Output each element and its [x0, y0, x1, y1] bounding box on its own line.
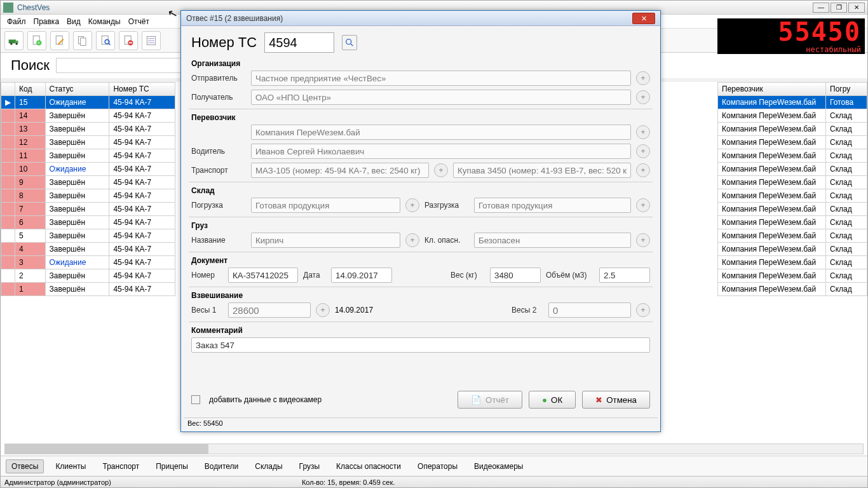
add-doc-icon[interactable]: + [27, 31, 46, 50]
list-icon[interactable] [142, 31, 161, 50]
cargo-name-add-button[interactable]: + [405, 233, 419, 247]
table-row[interactable]: Компания ПереWезем.байСклад [718, 189, 867, 203]
driver-add-button[interactable]: + [636, 144, 650, 158]
table-row[interactable]: 5Завершён45-94 КА-7 [1, 229, 175, 243]
tab-Грузы[interactable]: Грузы [294, 460, 325, 473]
trailer-add-button[interactable]: + [636, 163, 650, 177]
load-input[interactable] [251, 198, 400, 213]
report-button[interactable]: 📄Отчёт [458, 391, 522, 409]
menu-edit[interactable]: Правка [34, 17, 60, 26]
w2-button[interactable]: + [636, 303, 650, 317]
truck-icon[interactable] [4, 31, 24, 50]
tab-Водители[interactable]: Водители [200, 460, 243, 473]
edit-doc-icon[interactable] [50, 31, 69, 50]
table-row[interactable]: 2Завершён45-94 КА-7 [1, 269, 175, 283]
tab-Видеокамеры[interactable]: Видеокамеры [469, 460, 528, 473]
danger-input[interactable] [474, 233, 631, 248]
trailer-input[interactable] [453, 163, 631, 178]
search-doc-icon[interactable] [96, 31, 115, 50]
doc-num-input[interactable] [228, 268, 298, 283]
unload-input[interactable] [474, 198, 631, 213]
transport-add-button[interactable]: + [434, 163, 448, 177]
table-row[interactable]: Компания ПереWезем.байСклад [718, 216, 867, 229]
col-ts[interactable]: Номер ТС [109, 83, 175, 96]
tab-Склады[interactable]: Склады [250, 460, 287, 473]
table-row[interactable]: Компания ПереWезем.байСклад [718, 203, 867, 216]
table-row[interactable]: 4Завершён45-94 КА-7 [1, 243, 175, 256]
table-row[interactable]: ▶15Ожидание45-94 КА-7 [1, 96, 175, 109]
table-row[interactable]: Компания ПереWезем.байСклад [718, 256, 867, 269]
tab-Отвесы[interactable]: Отвесы [6, 459, 44, 473]
table-row[interactable]: Компания ПереWезем.байСклад [718, 123, 867, 136]
driver-input[interactable] [251, 144, 631, 159]
minimize-button[interactable]: — [813, 3, 829, 13]
add-cam-checkbox[interactable] [191, 395, 200, 404]
table-row[interactable]: Компания ПереWезем.байСклад [718, 109, 867, 123]
unload-add-button[interactable]: + [636, 198, 650, 212]
w1-input[interactable] [228, 302, 311, 318]
maximize-button[interactable]: ❐ [831, 3, 847, 13]
table-row[interactable]: Компания ПереWезем.байСклад [718, 269, 867, 283]
table-row[interactable]: 12Завершён45-94 КА-7 [1, 136, 175, 149]
table-row[interactable]: 6Завершён45-94 КА-7 [1, 216, 175, 229]
carrier-input[interactable] [251, 125, 631, 140]
table-row[interactable]: Компания ПереWезем.байСклад [718, 149, 867, 163]
danger-add-button[interactable]: + [636, 233, 650, 247]
copy-doc-icon[interactable] [73, 31, 92, 50]
table-row[interactable]: 13Завершён45-94 КА-7 [1, 123, 175, 136]
w2-input[interactable] [548, 302, 631, 318]
table-row[interactable]: 9Завершён45-94 КА-7 [1, 176, 175, 189]
ts-search-button[interactable] [342, 35, 357, 50]
w1-button[interactable]: + [316, 303, 330, 317]
table-row[interactable]: Компания ПереWезем.байСклад [718, 136, 867, 149]
ok-button[interactable]: ●ОК [529, 391, 576, 409]
tab-Транспорт[interactable]: Транспорт [98, 460, 145, 473]
col-status[interactable]: Статус [45, 83, 109, 96]
tab-Классы опасности[interactable]: Классы опасности [331, 460, 406, 473]
right-grid[interactable]: Перевозчик Погру Компания ПереWезем.байГ… [717, 82, 867, 456]
menu-view[interactable]: Вид [67, 17, 81, 26]
doc-date-input[interactable] [331, 268, 392, 283]
menu-report[interactable]: Отчёт [128, 17, 149, 26]
dialog-close-button[interactable]: ✕ [632, 13, 655, 24]
receiver-add-button[interactable]: + [636, 90, 650, 104]
table-row[interactable]: 7Завершён45-94 КА-7 [1, 203, 175, 216]
load-add-button[interactable]: + [405, 198, 419, 212]
doc-vol-input[interactable] [599, 268, 650, 283]
tab-Прицепы[interactable]: Прицепы [151, 460, 193, 473]
table-row[interactable]: 10Ожидание45-94 КА-7 [1, 163, 175, 176]
ts-input[interactable] [264, 32, 334, 53]
table-row[interactable]: 11Завершён45-94 КА-7 [1, 149, 175, 163]
sender-input[interactable] [251, 71, 631, 86]
table-row[interactable]: 3Ожидание45-94 КА-7 [1, 256, 175, 269]
cancel-button[interactable]: ✖Отмена [582, 391, 650, 409]
comment-input[interactable] [191, 337, 650, 353]
col-carrier[interactable]: Перевозчик [718, 83, 826, 96]
sender-add-button[interactable]: + [636, 71, 650, 85]
tab-Клиенты[interactable]: Клиенты [50, 460, 91, 473]
menu-file[interactable]: Файл [7, 17, 26, 26]
col-load[interactable]: Погру [826, 83, 867, 96]
table-row[interactable]: Компания ПереWезем.байГотова [718, 96, 867, 109]
table-row[interactable]: Компания ПереWезем.байСклад [718, 163, 867, 176]
table-row[interactable]: 1Завершён45-94 КА-7 [1, 283, 175, 296]
doc-weight-input[interactable] [490, 268, 541, 283]
left-grid[interactable]: Код Статус Номер ТС ▶15Ожидание45-94 КА-… [1, 82, 175, 456]
table-row[interactable]: 8Завершён45-94 КА-7 [1, 189, 175, 203]
table-row[interactable]: Компания ПереWезем.байСклад [718, 283, 867, 296]
receiver-input[interactable] [251, 90, 631, 105]
table-row[interactable]: Компания ПереWезем.байСклад [718, 229, 867, 243]
table-row[interactable]: Компания ПереWезем.байСклад [718, 176, 867, 189]
delete-doc-icon[interactable] [119, 31, 138, 50]
tab-Операторы[interactable]: Операторы [412, 460, 463, 473]
cargo-name-input[interactable] [251, 233, 400, 248]
close-button[interactable]: ✕ [848, 3, 865, 13]
scrollbar-thumb[interactable] [5, 444, 208, 454]
table-row[interactable]: 14Завершён45-94 КА-7 [1, 109, 175, 123]
col-code[interactable]: Код [15, 83, 46, 96]
carrier-add-button[interactable]: + [636, 125, 650, 139]
menu-commands[interactable]: Команды [88, 17, 121, 26]
horizontal-scrollbar[interactable] [4, 444, 864, 454]
transport-input[interactable] [251, 163, 429, 178]
table-row[interactable]: Компания ПереWезем.байСклад [718, 243, 867, 256]
